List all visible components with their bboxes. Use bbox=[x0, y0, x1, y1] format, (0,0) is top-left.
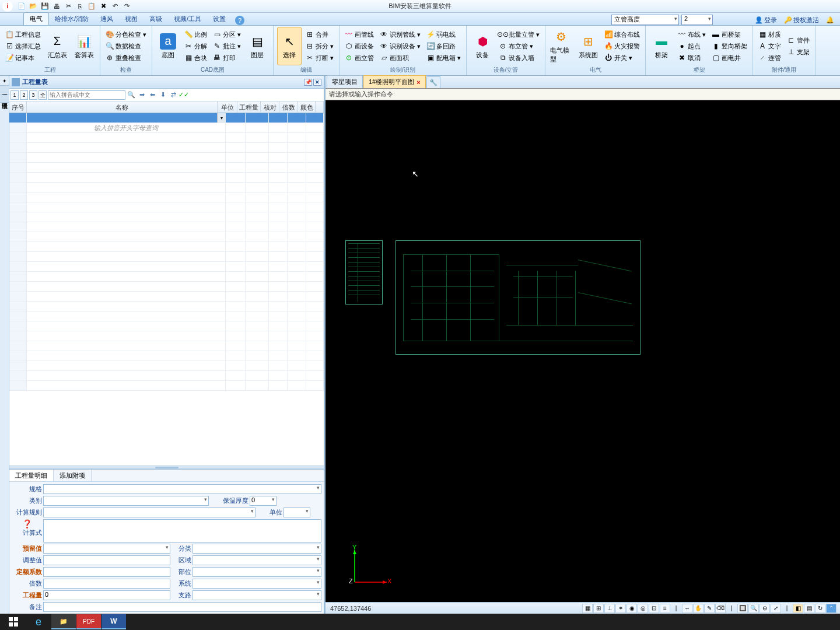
erase-tool[interactable]: ⌫ bbox=[715, 604, 726, 613]
ribbon-tab-video-tools[interactable]: 视频/工具 bbox=[168, 13, 207, 25]
branch-input[interactable] bbox=[192, 590, 321, 600]
grid-row-empty[interactable] bbox=[9, 202, 324, 212]
btn-multi-loop[interactable]: 🔄多回路 bbox=[425, 41, 463, 52]
btn-basemap[interactable]: a底图 bbox=[156, 27, 180, 65]
btn-cabling[interactable]: 📶综合布线 bbox=[603, 29, 642, 40]
btn-notepad[interactable]: 📝记事本 bbox=[4, 52, 43, 64]
zoom-out[interactable]: ⊖ bbox=[760, 604, 770, 613]
page-3[interactable]: 3 bbox=[29, 90, 37, 100]
btn-layer[interactable]: ▤图层 bbox=[245, 27, 270, 65]
btn-fitting[interactable]: ⊏管件 bbox=[785, 35, 811, 46]
btn-print[interactable]: 🖶打印 bbox=[211, 52, 243, 64]
grid-row-empty[interactable] bbox=[9, 133, 324, 143]
mul-input[interactable] bbox=[43, 579, 170, 589]
quota-input[interactable] bbox=[43, 567, 170, 577]
page-1[interactable]: 1 bbox=[10, 90, 19, 100]
zoom-in[interactable]: 🔍 bbox=[748, 604, 759, 613]
btn-select[interactable]: ↖选择 bbox=[277, 27, 302, 65]
taskbar-pdf[interactable]: PDF bbox=[76, 614, 101, 629]
grid-row-empty[interactable] bbox=[9, 351, 324, 361]
header-color[interactable]: 颜色 bbox=[298, 102, 316, 113]
close-tab-icon[interactable]: × bbox=[416, 79, 420, 86]
search-icon[interactable]: 🔍 bbox=[127, 90, 136, 100]
grid-row-selected[interactable]: ▾ bbox=[9, 113, 324, 123]
horizontal-splitter[interactable] bbox=[9, 466, 324, 469]
btn-recognize-device[interactable]: 👁识别设备▾ bbox=[378, 41, 422, 52]
btn-overlap-check[interactable]: ⊕重叠检查 bbox=[104, 52, 148, 64]
qat-new[interactable]: 📄 bbox=[16, 1, 27, 12]
remark-input[interactable] bbox=[43, 602, 321, 612]
btn-summary-table[interactable]: Σ汇总表 bbox=[45, 27, 69, 65]
classify-input[interactable] bbox=[192, 544, 321, 554]
cad-viewport[interactable]: ↖ bbox=[326, 100, 840, 602]
page-2[interactable]: 2 bbox=[20, 90, 28, 100]
grid-row-hint[interactable]: 输入拼音开头字母查询 bbox=[9, 123, 324, 133]
btn-distribution-box[interactable]: ▣配电箱▾ bbox=[425, 52, 463, 64]
formula-input[interactable] bbox=[43, 519, 321, 542]
btn-elec-well[interactable]: ▢画电井 bbox=[710, 52, 749, 64]
riser-height-combo[interactable]: 立管高度 bbox=[611, 15, 679, 25]
side-tab-drawings[interactable]: 图纸管理 bbox=[0, 94, 10, 103]
nav-prev-icon[interactable]: ⬅ bbox=[148, 90, 157, 100]
btn-fire-alarm[interactable]: 🔥火灾报警 bbox=[603, 41, 642, 52]
detail-tab-add[interactable]: 添加附项 bbox=[54, 470, 92, 481]
taskbar-edge[interactable]: e bbox=[26, 614, 51, 629]
view3d-tool[interactable]: ◧ bbox=[793, 604, 803, 613]
ribbon-tab-view[interactable]: 视图 bbox=[119, 13, 144, 25]
pan-tool[interactable]: ✋ bbox=[693, 604, 704, 613]
qat-save[interactable]: 💾 bbox=[40, 1, 50, 12]
btn-draw-device[interactable]: ⬡画设备 bbox=[343, 41, 376, 52]
panel-pin-icon[interactable]: 📌 bbox=[304, 79, 312, 86]
view-tool[interactable]: ▤ bbox=[804, 604, 814, 613]
grid-row-empty[interactable] bbox=[9, 371, 324, 381]
qat-delete[interactable]: ✖ bbox=[98, 1, 108, 12]
snap-tool[interactable]: ▦ bbox=[582, 604, 593, 613]
command-line[interactable]: 请选择或输入操作命令: bbox=[326, 89, 840, 100]
qat-copy[interactable]: ⎘ bbox=[75, 1, 85, 12]
grid-row-empty[interactable] bbox=[9, 331, 324, 341]
doc-tab-misc[interactable]: 零星项目 bbox=[327, 75, 363, 88]
grid-row-empty[interactable] bbox=[9, 361, 324, 371]
btn-select-summary[interactable]: ☑选择汇总 bbox=[4, 41, 43, 52]
lwt-tool[interactable]: ≡ bbox=[660, 604, 670, 613]
refresh-tool[interactable]: ↻ bbox=[815, 604, 825, 613]
sys-input[interactable] bbox=[192, 579, 321, 589]
btn-draw-area[interactable]: ▱画面积 bbox=[378, 52, 422, 64]
doc-tab-tools[interactable]: 🔧 bbox=[426, 76, 440, 88]
unit-input[interactable] bbox=[284, 508, 310, 517]
ribbon-tab-advanced[interactable]: 高级 bbox=[144, 13, 168, 25]
header-unit[interactable]: 单位 bbox=[218, 102, 237, 113]
edit-tool[interactable]: ✎ bbox=[704, 604, 715, 613]
notify-icon[interactable]: 🔔 bbox=[824, 16, 836, 24]
btn-elec-model[interactable]: ⚙电气模型 bbox=[549, 27, 573, 65]
btn-draw-riser[interactable]: ⊙画立管 bbox=[343, 52, 376, 64]
side-tab-project[interactable]: 项目管理 bbox=[0, 85, 10, 93]
osnap-tool[interactable]: ◉ bbox=[626, 604, 637, 613]
btn-material[interactable]: ▦材质 bbox=[757, 29, 783, 40]
btn-explode[interactable]: ✂分解 bbox=[183, 41, 209, 52]
nav-down-icon[interactable]: ⬇ bbox=[158, 90, 167, 100]
grid-row-empty[interactable] bbox=[9, 321, 324, 331]
start-button[interactable] bbox=[1, 614, 26, 629]
qat-paste[interactable]: 📋 bbox=[86, 1, 97, 12]
btn-wiring[interactable]: 〰布线▾ bbox=[676, 29, 708, 40]
btn-break[interactable]: ✂打断▾ bbox=[304, 52, 335, 64]
spec-input[interactable] bbox=[43, 484, 321, 494]
grid-row-empty[interactable] bbox=[9, 143, 324, 153]
ribbon-tab-electrical[interactable]: 电气 bbox=[23, 12, 49, 25]
rule-input[interactable] bbox=[43, 508, 256, 517]
detail-tab-qty[interactable]: 工程量明细 bbox=[9, 470, 54, 481]
btn-place-riser[interactable]: ⊙布立管▾ bbox=[497, 41, 541, 52]
grid-row-empty[interactable] bbox=[9, 242, 324, 252]
grid-row-empty[interactable] bbox=[9, 232, 324, 242]
header-mul[interactable]: 倍数 bbox=[279, 102, 298, 113]
nav-next-icon[interactable]: ➡ bbox=[137, 90, 146, 100]
type-input[interactable] bbox=[43, 496, 209, 506]
grid-row-empty[interactable] bbox=[9, 192, 324, 202]
ribbon-tab-ventilation[interactable]: 通风 bbox=[94, 13, 119, 25]
btn-batch-riser[interactable]: ⊙⊙批量立管▾ bbox=[497, 29, 541, 40]
qat-cut[interactable]: ✂ bbox=[63, 1, 74, 12]
btn-text[interactable]: A文字 bbox=[757, 41, 783, 52]
grid-row-empty[interactable] bbox=[9, 153, 324, 163]
grid-row-empty[interactable] bbox=[9, 282, 324, 292]
